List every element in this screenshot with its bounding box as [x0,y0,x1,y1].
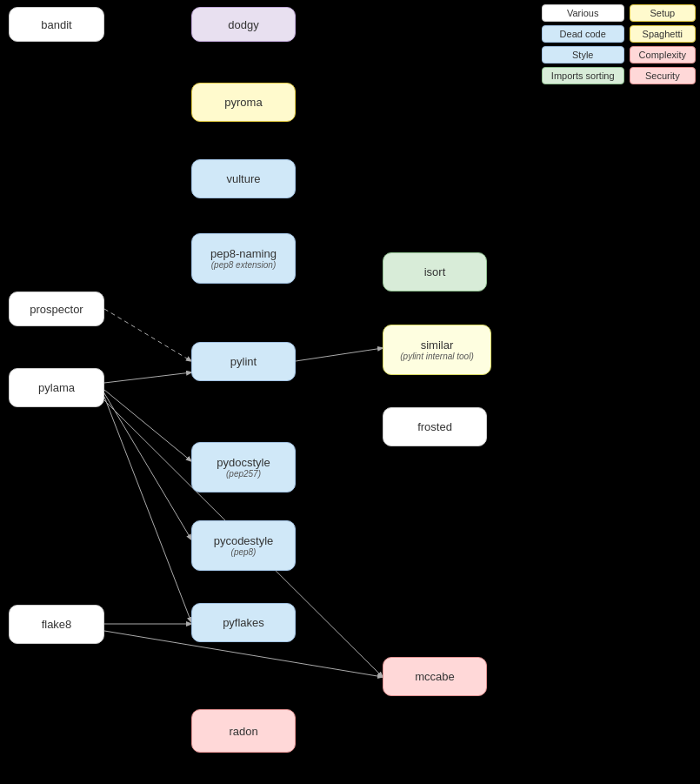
legend-complexity: Complexity [630,46,696,64]
pyroma-node: pyroma [191,83,296,122]
bandit-node: bandit [9,7,104,42]
pycodestyle-node: pycodestyle (pep8) [191,520,296,571]
legend-setup: Setup [630,4,696,22]
pylama-pylint-arrow [104,372,191,383]
legend-style: Style [542,46,624,64]
pylint-node: pylint [191,342,296,381]
legend-imports-sorting: Imports sorting [542,67,624,84]
pycodestyle-label: pycodestyle [214,534,274,547]
flake8-node: flake8 [9,605,104,644]
pyflakes-node: pyflakes [191,603,296,642]
bandit-label: bandit [41,18,71,31]
pylama-label: pylama [38,381,75,394]
radon-node: radon [191,709,296,753]
pycodestyle-sublabel: (pep8) [231,547,257,557]
radon-label: radon [229,725,257,738]
pep8naming-sublabel: (pep8 extension) [211,260,277,270]
similar-sublabel: (pylint internal tool) [400,352,473,361]
similar-label: similar [421,338,454,352]
dodgy-node: dodgy [191,7,296,42]
arrows-svg [0,0,700,784]
legend-security: Security [630,67,696,84]
pyflakes-label: pyflakes [223,616,264,629]
vulture-label: vulture [226,172,260,185]
pyroma-label: pyroma [224,96,262,109]
pydocstyle-label: pydocstyle [217,456,270,469]
similar-node: similar (pylint internal tool) [383,325,491,375]
mccabe-node: mccabe [383,657,487,696]
pydocstyle-sublabel: (pep257) [226,469,261,479]
flake8-label: flake8 [42,618,72,631]
pylama-node: pylama [9,368,104,407]
prospector-pylint-arrow [104,309,191,361]
isort-node: isort [383,252,487,291]
prospector-label: prospector [30,303,83,316]
prospector-node: prospector [9,291,104,326]
dodgy-label: dodgy [228,18,258,31]
legend-various: Various [542,4,624,22]
pep8naming-label: pep8-naming [210,247,277,260]
pylama-pydocstyle-arrow [104,390,191,461]
vulture-node: vulture [191,159,296,198]
pylint-label: pylint [230,355,257,368]
pep8naming-node: pep8-naming (pep8 extension) [191,233,296,284]
isort-label: isort [424,265,446,278]
frosted-label: frosted [417,420,452,433]
legend: Various Setup Dead code Spaghetti Style … [542,4,696,84]
pylama-pyflakes-arrow [104,397,191,622]
mccabe-label: mccabe [415,670,455,683]
pydocstyle-node: pydocstyle (pep257) [191,442,296,493]
frosted-node: frosted [383,407,487,446]
legend-spaghetti: Spaghetti [630,25,696,43]
pylama-pycodestyle-arrow [104,393,191,539]
legend-deadcode: Dead code [542,25,624,43]
pylint-similar-arrow [296,348,383,361]
